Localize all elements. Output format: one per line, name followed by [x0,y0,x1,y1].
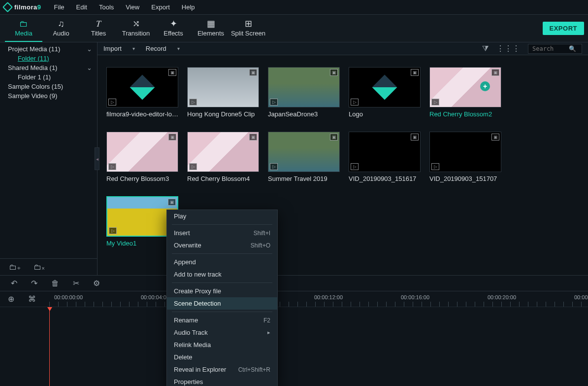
media-thumbnail[interactable]: ▣▷ [268,132,340,172]
tree-folder-active[interactable]: Folder (11) [0,54,97,63]
ctx-shortcut: F2 [263,317,270,324]
magnet-icon[interactable]: ⌘ [28,294,36,304]
cut-icon[interactable]: ✂ [73,279,79,288]
tree-label: Sample Colors (15) [8,83,63,90]
tab-label: Audio [53,30,69,37]
ctx-label: Relink Media [174,341,211,349]
media-thumbnail[interactable]: ▣▷ [349,132,421,172]
menu-export[interactable]: Export [145,0,176,14]
timeline-tracks[interactable] [0,307,588,386]
import-dropdown[interactable]: Import▾ [103,45,135,52]
sidebar-collapse-handle[interactable]: ◂ [95,147,99,170]
tree-shared-media[interactable]: Shared Media (1) ⌄ [0,63,97,72]
menu-edit[interactable]: Edit [70,0,93,14]
media-item[interactable]: ▣▷Red Cherry Blossom4 [187,132,259,182]
tab-titles[interactable]: 𝑇 Titles [80,19,117,42]
delete-icon[interactable]: 🗑 [51,279,59,288]
ctx-append[interactable]: Append [167,256,277,268]
tree-sample-colors[interactable]: Sample Colors (15) [0,82,97,91]
clip-type-icon: ▣ [330,134,338,140]
record-dropdown[interactable]: Record▾ [146,45,180,52]
play-icon: ▷ [270,163,278,170]
add-track-icon[interactable]: ⊕ [8,294,14,304]
menu-view[interactable]: View [120,0,145,14]
media-item[interactable]: ▣▷Red Cherry Blossom3 [106,132,178,182]
chevron-down-icon: ⌄ [87,45,92,53]
media-caption: Logo [349,110,421,118]
elements-icon: ▦ [207,19,215,29]
media-item[interactable]: ▣▷VID_20190903_151617 [349,132,421,182]
media-item[interactable]: ▣▷VID_20190903_151707 [429,132,501,182]
filter-icon[interactable]: ⧩ [482,44,489,53]
media-caption: JapanSeaDrone3 [268,110,340,118]
media-thumbnail[interactable]: ▣▷ [106,67,178,107]
dd-label: Import [103,45,122,52]
ctx-create-proxy-file[interactable]: Create Proxy file [167,285,277,297]
media-item[interactable]: ▣▷Logo [349,67,421,118]
ctx-add-to-new-track[interactable]: Add to new track [167,268,277,281]
tab-audio[interactable]: ♫ Audio [42,19,80,42]
redo-icon[interactable]: ↷ [31,279,37,288]
ctx-reveal-in-explorer[interactable]: Reveal in ExplorerCtrl+Shift+R [167,363,277,376]
menu-file[interactable]: File [48,0,70,14]
timeline-header: ⊕ ⌘ 00:00:00:00 00:00:04:00 00:00:08:00 … [0,291,588,307]
media-item[interactable]: ▣▷filmora9-video-editor-logo [106,67,178,118]
add-to-timeline-icon[interactable]: + [480,81,490,91]
delete-folder-icon[interactable]: 🗀ₓ [33,262,45,272]
time-label: 00:00:16:00 [401,294,429,300]
tab-transition[interactable]: ⤭ Transition [117,19,155,42]
dd-label: Record [146,45,166,52]
media-thumbnail[interactable]: ▣▷ [187,67,259,107]
ctx-label: Add to new track [174,271,222,278]
playhead[interactable] [49,307,50,386]
tab-media[interactable]: 🗀 Media [5,19,42,42]
media-thumbnail[interactable]: ▣▷ [268,67,340,107]
media-thumbnail[interactable]: ▣▷ [106,132,178,172]
grid-view-icon[interactable]: ⋮⋮⋮ [496,44,520,53]
tree-sample-video[interactable]: Sample Video (9) [0,91,97,101]
adjust-icon[interactable]: ⚙ [93,279,100,288]
text-icon: 𝑇 [96,19,101,29]
media-item[interactable]: ▣▷+Red Cherry Blossom2 [429,67,501,118]
ctx-shortcut: Shift+O [251,242,270,249]
media-sidebar: Project Media (11) ⌄ Folder (11) Shared … [0,42,98,275]
ctx-insert[interactable]: InsertShift+I [167,227,277,239]
ctx-delete[interactable]: Delete [167,351,277,363]
ctx-rename[interactable]: RenameF2 [167,314,277,326]
new-folder-icon[interactable]: 🗀₊ [9,262,21,272]
menu-help[interactable]: Help [176,0,201,14]
tree-project-media[interactable]: Project Media (11) ⌄ [0,44,97,54]
ctx-play[interactable]: Play [167,210,277,222]
ctx-scene-detection[interactable]: Scene Detection [167,297,277,310]
ctx-relink-media[interactable]: Relink Media [167,339,277,351]
undo-icon[interactable]: ↶ [11,279,17,288]
ctx-properties[interactable]: Properties [167,376,277,386]
menu-separator [172,282,272,283]
tree-label: Project Media (11) [8,45,60,53]
search-box[interactable]: 🔍 [528,44,582,54]
media-item[interactable]: ▣▷Summer Travel 2019 [268,132,340,182]
media-thumbnail[interactable]: ▣▷ [187,132,259,172]
tab-elements[interactable]: ▦ Elements [192,19,229,42]
tab-label: Media [15,30,32,37]
sidebar-footer: 🗀₊ 🗀ₓ [0,258,97,275]
media-thumbnail[interactable]: ▣▷ [349,67,421,107]
menu-separator [172,253,272,254]
media-item[interactable]: ▣▷JapanSeaDrone3 [268,67,340,118]
media-thumbnail[interactable]: ▣▷ [429,132,501,172]
ctx-audio-track[interactable]: Audio Track [167,326,277,339]
chevron-down-icon: ▾ [132,46,135,51]
media-item[interactable]: ▣▷Hong Kong Drone5 Clip [187,67,259,118]
tab-effects[interactable]: ✦ Effects [155,19,192,42]
media-caption: VID_20190903_151707 [429,175,501,182]
ctx-label: Rename [174,316,198,324]
menu-tools[interactable]: Tools [93,0,120,14]
search-input[interactable] [531,45,569,53]
media-thumbnail[interactable]: ▣▷+ [429,67,501,107]
export-button[interactable]: EXPORT [543,22,584,35]
tab-splitscreen[interactable]: ⊞ Split Screen [229,19,267,42]
clip-type-icon: ▣ [168,69,176,76]
ctx-overwrite[interactable]: OverwriteShift+O [167,239,277,251]
time-ruler[interactable]: 00:00:00:00 00:00:04:00 00:00:08:00 00:0… [49,291,588,307]
tree-folder1[interactable]: Folder 1 (1) [0,72,97,82]
